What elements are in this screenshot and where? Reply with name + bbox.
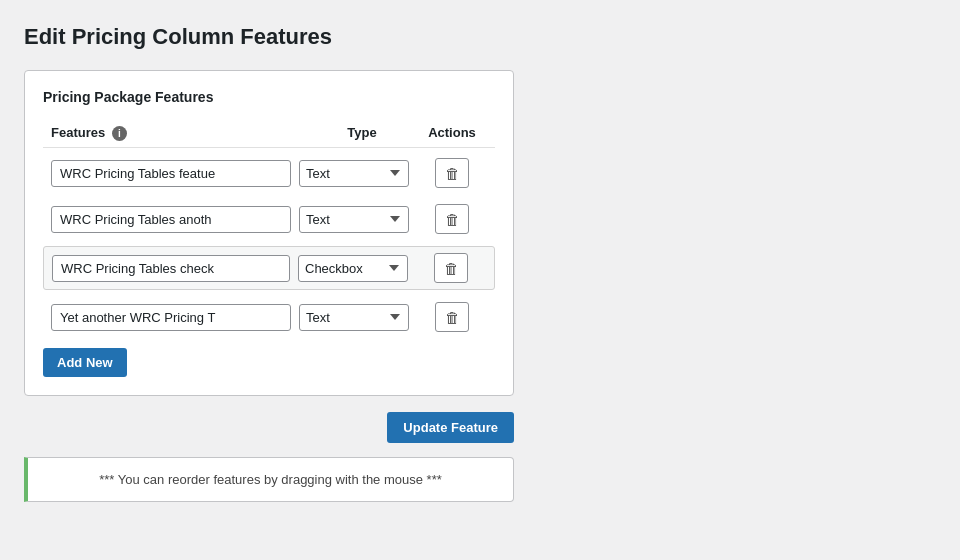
table-header: Features i Type Actions bbox=[43, 119, 495, 148]
col-actions-header: Actions bbox=[417, 125, 487, 141]
trash-icon: 🗑 bbox=[445, 309, 460, 326]
col-type-header: Type bbox=[307, 125, 417, 141]
delete-button-1[interactable]: 🗑 bbox=[435, 158, 469, 188]
feature-input-2[interactable] bbox=[51, 206, 291, 233]
page-title: Edit Pricing Column Features bbox=[24, 24, 936, 50]
info-bar: *** You can reorder features by dragging… bbox=[24, 457, 514, 502]
table-row: Text Checkbox 🗑 bbox=[43, 296, 495, 338]
actions-row: Update Feature bbox=[24, 412, 514, 443]
table-row: Text Checkbox 🗑 bbox=[43, 198, 495, 240]
trash-icon: 🗑 bbox=[444, 260, 459, 277]
update-feature-button[interactable]: Update Feature bbox=[387, 412, 514, 443]
trash-icon: 🗑 bbox=[445, 211, 460, 228]
pricing-features-card: Pricing Package Features Features i Type… bbox=[24, 70, 514, 396]
type-select-2[interactable]: Text Checkbox bbox=[299, 206, 409, 233]
delete-button-3[interactable]: 🗑 bbox=[434, 253, 468, 283]
type-select-4[interactable]: Text Checkbox bbox=[299, 304, 409, 331]
feature-input-3[interactable] bbox=[52, 255, 290, 282]
info-icon: i bbox=[112, 126, 127, 141]
add-new-button[interactable]: Add New bbox=[43, 348, 127, 377]
type-select-3[interactable]: Text Checkbox bbox=[298, 255, 408, 282]
card-title: Pricing Package Features bbox=[43, 89, 495, 105]
trash-icon: 🗑 bbox=[445, 165, 460, 182]
type-select-1[interactable]: Text Checkbox bbox=[299, 160, 409, 187]
delete-button-2[interactable]: 🗑 bbox=[435, 204, 469, 234]
feature-input-4[interactable] bbox=[51, 304, 291, 331]
feature-input-1[interactable] bbox=[51, 160, 291, 187]
features-rows: Text Checkbox 🗑 Text Checkbox 🗑 Text Che… bbox=[43, 152, 495, 338]
table-row: Text Checkbox 🗑 bbox=[43, 152, 495, 194]
col-features-header: Features i bbox=[51, 125, 307, 141]
delete-button-4[interactable]: 🗑 bbox=[435, 302, 469, 332]
table-row: Text Checkbox 🗑 bbox=[43, 246, 495, 290]
